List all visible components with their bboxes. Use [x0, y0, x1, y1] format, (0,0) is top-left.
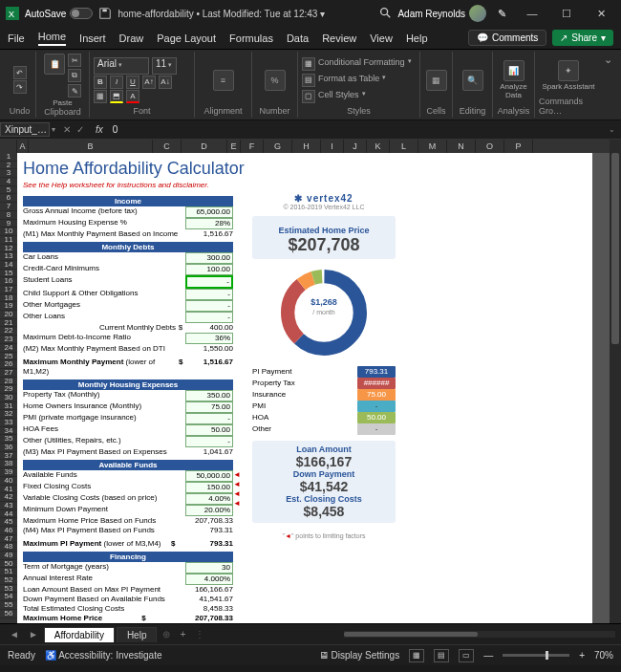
zoom-slider[interactable] [503, 654, 569, 657]
menu-insert[interactable]: Insert [79, 33, 106, 44]
tab-help[interactable]: Help [117, 627, 158, 642]
menu-review[interactable]: Review [322, 33, 356, 44]
normal-view-icon[interactable]: ▦ [409, 649, 424, 662]
redo-icon[interactable]: ↷ [13, 80, 27, 94]
group-clipboard: 📋 ✂⧉✎ Paste Clipboard [36, 52, 90, 118]
tab-nav-prev[interactable]: ◄ [6, 629, 23, 639]
row-headers[interactable]: 1234567891011121314151617181920212223242… [0, 153, 17, 623]
section-income: Income [23, 196, 233, 206]
menu-formulas[interactable]: Formulas [229, 33, 273, 44]
undo-icon[interactable]: ↶ [13, 66, 27, 79]
group-alignment: ≡ Alignment [195, 52, 252, 118]
horizontal-scrollbar[interactable] [344, 631, 615, 638]
font-name-select[interactable]: Arial [94, 57, 149, 75]
menu-home[interactable]: Home [38, 31, 66, 46]
menu-view[interactable]: View [370, 33, 393, 44]
autosave-toggle[interactable]: AutoSave [25, 8, 93, 19]
vertex42-logo: ✱ vertex42 [252, 193, 396, 204]
share-button[interactable]: ↗ Share ▾ [552, 30, 613, 46]
border-icon[interactable]: ▦ [94, 90, 107, 103]
menu-data[interactable]: Data [287, 33, 309, 44]
enter-formula-icon[interactable]: ✓ [76, 124, 84, 135]
search-icon[interactable] [378, 6, 392, 21]
group-font: Arial11 BIUA↑A↓ ▦⬒A Font [90, 52, 195, 118]
zoom-in-button[interactable]: + [579, 650, 585, 661]
expand-formula-icon[interactable]: ⌄ [603, 125, 621, 134]
menu-help[interactable]: Help [406, 33, 428, 44]
editing-icon[interactable]: 🔍 [462, 70, 483, 91]
section-funds: Available Funds [23, 460, 233, 470]
spreadsheet-content[interactable]: Home Affordability Calculator See the He… [17, 153, 592, 623]
cut-icon[interactable]: ✂ [68, 54, 81, 67]
svg-text:X: X [9, 9, 15, 19]
page-break-view-icon[interactable]: ▭ [459, 649, 474, 662]
grow-font-icon[interactable]: A↑ [142, 76, 156, 89]
file-name[interactable]: home-affordability • Last Modified: Tue … [118, 9, 325, 19]
conditional-formatting-button[interactable]: ▦ Conditional Formatting ▾ [302, 57, 412, 71]
page-subtitle: See the Help worksheet for instructions … [23, 181, 583, 189]
brush-icon[interactable]: ✎ [492, 8, 512, 20]
save-icon[interactable] [98, 7, 112, 20]
spark-icon[interactable]: ✦ [558, 60, 579, 81]
svg-rect-2 [103, 10, 107, 12]
ribbon-collapse-icon[interactable]: ⌄ [602, 52, 614, 68]
display-settings[interactable]: 🖥 Display Settings [319, 650, 399, 661]
bold-button[interactable]: B [94, 76, 107, 89]
donut-chart: $1,268/ month [276, 265, 372, 360]
italic-button[interactable]: I [110, 76, 123, 89]
chart-legend: PI Payment793.31 Property Tax###### Insu… [252, 366, 396, 435]
tab-affordability[interactable]: Affordability [44, 627, 115, 642]
comments-button[interactable]: 💬 Comments [468, 30, 546, 46]
fill-color-icon[interactable]: ⬒ [110, 90, 123, 103]
avatar [469, 5, 486, 22]
user-account[interactable]: Adam Reynolds [397, 5, 486, 22]
group-styles: ▦ Conditional Formatting ▾ ▤ Format as T… [298, 52, 420, 118]
paste-icon[interactable]: 📋 [44, 54, 65, 75]
status-bar: Ready ♿ Accessibility: Investigate 🖥 Dis… [0, 644, 621, 665]
page-title: Home Affordability Calculator [23, 159, 583, 179]
menu-page-layout[interactable]: Page Layout [157, 33, 216, 44]
section-financing: Financing [23, 552, 233, 562]
vertical-scrollbar[interactable] [610, 140, 621, 623]
name-box[interactable]: Xinput_… [0, 122, 50, 137]
format-painter-icon[interactable]: ✎ [68, 84, 81, 98]
worksheet[interactable]: A B C D E F G H I J K L M N O P 12345678… [0, 140, 621, 623]
estimated-price: $207,708 [256, 235, 392, 255]
copy-icon[interactable]: ⧉ [68, 69, 81, 82]
maximize-button[interactable]: ☐ [552, 8, 581, 20]
underline-button[interactable]: U [126, 76, 139, 89]
copyright: © 2016-2019 Vertex42 LLC [252, 204, 396, 210]
limiting-factors-note: "◄" points to limiting factors [252, 532, 396, 539]
zoom-out-button[interactable]: — [483, 650, 493, 661]
menu-bar: File Home Insert Draw Page Layout Formul… [0, 27, 621, 50]
analyze-data-icon[interactable]: 📊 [503, 60, 525, 81]
fx-icon[interactable]: fx [90, 124, 109, 135]
cancel-formula-icon[interactable]: ✕ [63, 124, 71, 135]
minimize-button[interactable]: — [518, 8, 546, 19]
group-editing: 🔍 Editing [453, 52, 493, 118]
shrink-font-icon[interactable]: A↓ [159, 76, 172, 89]
section-debts: Monthly Debts [23, 242, 233, 252]
font-color-icon[interactable]: A [126, 90, 139, 103]
cells-icon[interactable]: ▦ [426, 70, 447, 91]
formula-input[interactable]: 0 [109, 124, 603, 135]
toggle-off-icon[interactable] [70, 8, 93, 19]
menu-draw[interactable]: Draw [119, 33, 144, 44]
column-headers[interactable]: A B C D E F G H I J K L M N O P [0, 140, 610, 153]
alignment-icon[interactable]: ≡ [213, 70, 234, 91]
sheet-tab-bar: ◄ ► Affordability Help ⊕ + ⋮ [0, 623, 621, 644]
close-button[interactable]: ✕ [587, 8, 615, 20]
section-housing: Monthly Housing Expenses [23, 379, 233, 390]
new-sheet-button[interactable]: + [176, 629, 189, 639]
number-format-icon[interactable]: % [265, 70, 286, 91]
page-layout-view-icon[interactable]: ▤ [434, 649, 449, 662]
menu-file[interactable]: File [8, 33, 25, 44]
accessibility-status[interactable]: ♿ Accessibility: Investigate [45, 650, 162, 661]
group-spark: ✦Spark Assistant Commands Gro… [535, 52, 602, 118]
tab-nav-next[interactable]: ► [25, 629, 42, 639]
font-size-select[interactable]: 11 [152, 57, 177, 75]
cell-styles-button[interactable]: ▢ Cell Styles ▾ [302, 90, 366, 103]
zoom-level[interactable]: 70% [594, 650, 613, 661]
group-number: % Number [252, 52, 298, 118]
format-as-table-button[interactable]: ▤ Format as Table ▾ [302, 74, 386, 87]
